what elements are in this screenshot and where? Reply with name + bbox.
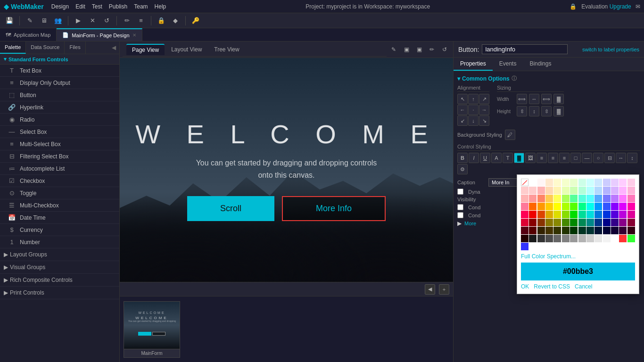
- color-cell[interactable]: [553, 179, 561, 186]
- color-cell[interactable]: [521, 227, 528, 234]
- color-cell[interactable]: [603, 219, 611, 226]
- style-gear[interactable]: ⚙: [457, 164, 468, 174]
- toolbar-list[interactable]: ≡: [135, 15, 147, 26]
- tab-mainform[interactable]: 📄 MainForm - Page Design ✕: [57, 28, 142, 41]
- menu-edit[interactable]: Edit: [75, 3, 85, 10]
- color-cell[interactable]: [545, 187, 553, 194]
- color-cell[interactable]: [545, 219, 553, 226]
- toolbar-key[interactable]: 🔑: [190, 15, 201, 26]
- color-cell[interactable]: [586, 235, 594, 242]
- panel-tab-properties[interactable]: Properties: [454, 58, 493, 71]
- color-cell[interactable]: [537, 227, 545, 234]
- cond1-checkbox[interactable]: [457, 204, 463, 210]
- color-cell[interactable]: [578, 187, 586, 194]
- color-cell[interactable]: [603, 235, 611, 242]
- toolbar-run[interactable]: ▶: [73, 15, 84, 26]
- color-cell[interactable]: [521, 211, 528, 218]
- view-tab-layout[interactable]: Layout View: [165, 44, 207, 55]
- palette-collapse-btn[interactable]: ◀: [108, 41, 119, 54]
- color-cell[interactable]: [570, 195, 578, 202]
- toolbar-lock[interactable]: 🔒: [156, 15, 167, 26]
- color-cell[interactable]: [627, 227, 635, 234]
- palette-item-hyperlink[interactable]: 🔗 Hyperlink: [0, 101, 119, 114]
- color-cell[interactable]: [603, 203, 611, 210]
- height-expand[interactable]: ⇳: [541, 106, 552, 116]
- color-cell[interactable]: [611, 179, 619, 186]
- color-cell[interactable]: [521, 195, 528, 202]
- color-cell[interactable]: [627, 203, 635, 210]
- palette-item-multicheckbox[interactable]: ☰ Multi-Checkbox: [0, 199, 119, 212]
- height-fit[interactable]: ↕: [529, 106, 539, 116]
- color-cell[interactable]: [578, 235, 586, 242]
- tab-mainform-close[interactable]: ✕: [132, 33, 136, 38]
- palette-tab-datasource[interactable]: Data Source: [26, 41, 65, 54]
- picker-revert-btn[interactable]: Revert to CSS: [534, 283, 570, 290]
- color-cell[interactable]: [578, 211, 586, 218]
- width-shrink[interactable]: ⟺: [517, 94, 527, 104]
- color-cell[interactable]: [603, 187, 611, 194]
- menu-help[interactable]: Help: [155, 3, 166, 10]
- style-circle[interactable]: ○: [593, 153, 603, 163]
- view-toolbar-refresh[interactable]: ↺: [439, 44, 450, 55]
- color-cell[interactable]: [562, 211, 570, 218]
- bg-styling-btn[interactable]: 🖊: [505, 130, 515, 140]
- color-cell[interactable]: [553, 227, 561, 234]
- color-cell[interactable]: [545, 203, 553, 210]
- menu-team[interactable]: Team: [134, 3, 148, 10]
- align-middle-left[interactable]: ←: [457, 105, 468, 115]
- color-cell[interactable]: [521, 243, 528, 250]
- palette-group-print[interactable]: ▶ Print Controls: [0, 287, 119, 299]
- palette-item-checkbox[interactable]: ☑ Checkbox: [0, 175, 119, 187]
- color-cell[interactable]: [594, 211, 602, 218]
- palette-item-datetime[interactable]: 📅 Date Time: [0, 212, 119, 224]
- color-cell[interactable]: [627, 211, 635, 218]
- color-cell[interactable]: [611, 219, 619, 226]
- toolbar-refresh[interactable]: ↺: [101, 15, 112, 26]
- color-cell[interactable]: [553, 203, 561, 210]
- palette-item-radio[interactable]: ◉ Radio: [0, 114, 119, 126]
- palette-item-toggle[interactable]: ⊙ Toggle: [0, 187, 119, 199]
- tab-application-map[interactable]: 🗺 Application Map: [0, 28, 57, 41]
- palette-item-autocompletelist[interactable]: ≔ Autocomplete List: [0, 163, 119, 175]
- picker-ok-btn[interactable]: OK: [521, 283, 529, 290]
- color-cell[interactable]: [562, 179, 570, 186]
- color-cell[interactable]: [553, 195, 561, 202]
- palette-group-rich-composite[interactable]: ▶ Rich Composite Controls: [0, 274, 119, 287]
- color-cell[interactable]: [586, 227, 594, 234]
- palette-tab-palette[interactable]: Palette: [0, 41, 26, 54]
- view-tab-page[interactable]: Page View: [126, 44, 165, 55]
- menu-publish[interactable]: Publish: [109, 3, 127, 10]
- color-cell[interactable]: [562, 203, 570, 210]
- color-cell[interactable]: [619, 187, 627, 194]
- color-cell[interactable]: [594, 187, 602, 194]
- color-cell[interactable]: [529, 203, 537, 210]
- color-cell[interactable]: [578, 195, 586, 202]
- color-cell[interactable]: [586, 211, 594, 218]
- style-type[interactable]: T: [503, 153, 513, 163]
- color-cell[interactable]: [553, 211, 561, 218]
- color-cell[interactable]: [545, 227, 553, 234]
- palette-item-filteringselectbox[interactable]: ⊟ Filtering Select Box: [0, 150, 119, 163]
- toolbar-save[interactable]: 💾: [4, 15, 15, 26]
- color-no-fill[interactable]: [521, 179, 528, 186]
- color-cell[interactable]: [570, 211, 578, 218]
- color-cell[interactable]: [578, 203, 586, 210]
- align-middle-right[interactable]: →: [479, 105, 489, 115]
- color-cell[interactable]: [545, 179, 553, 186]
- color-cell[interactable]: [562, 227, 570, 234]
- color-cell[interactable]: [570, 227, 578, 234]
- dynamic-checkbox[interactable]: [457, 189, 463, 195]
- color-cell[interactable]: [586, 195, 594, 202]
- color-cell[interactable]: [545, 195, 553, 202]
- color-cell[interactable]: [586, 219, 594, 226]
- color-cell[interactable]: [562, 235, 570, 242]
- color-cell[interactable]: [529, 187, 537, 194]
- width-fit[interactable]: ↔: [529, 94, 539, 104]
- color-cell[interactable]: [537, 219, 545, 226]
- align-middle-center[interactable]: ·: [468, 105, 479, 115]
- color-cell[interactable]: [594, 235, 602, 242]
- palette-item-number[interactable]: 1 Number: [0, 236, 119, 248]
- toolbar-pen[interactable]: ✏: [121, 15, 132, 26]
- color-cell[interactable]: [521, 219, 528, 226]
- color-cell[interactable]: [586, 179, 594, 186]
